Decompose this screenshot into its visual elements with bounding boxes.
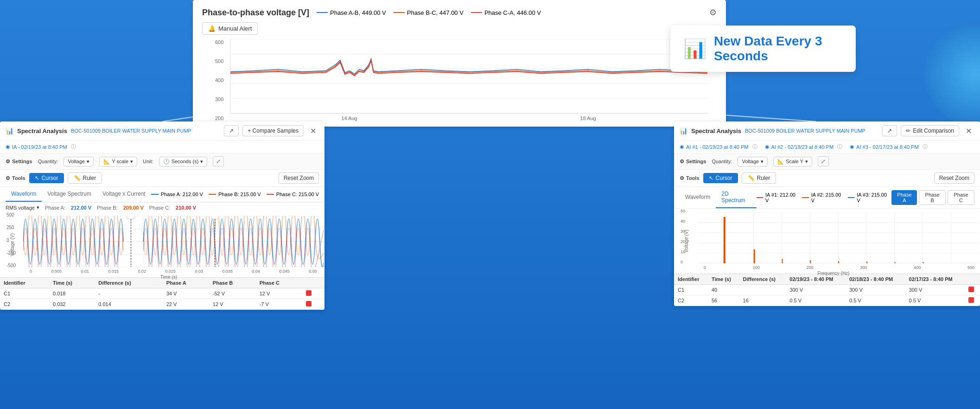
table-row: C1 40 300 V 300 V 300 V (674, 285, 980, 295)
legend-line-ia3 (848, 197, 854, 198)
svg-rect-42 (724, 217, 725, 263)
tools-label-left: ⚙ Tools (6, 175, 25, 181)
x-axis-labels: 14 Aug 18 Aug (230, 115, 707, 121)
legend-line-bc (394, 12, 405, 13)
top-chart-panel: Phase-to-phase voltage [V] Phase A-B, 44… (193, 0, 726, 127)
tab-legend-ia2-label: IA #2: 215.00 V (811, 192, 842, 203)
tab-legend-ia3-label: IA #3: 215.00 V (857, 192, 888, 203)
cursor-button-right[interactable]: ↖ Cursor (703, 173, 738, 183)
ai-tag-right-2: ◉ AI #2 - 02/18/23 at 8:40 PM (765, 144, 834, 150)
close-button-right[interactable]: ✕ (963, 126, 974, 136)
ai-icon-left: ◉ (6, 144, 10, 150)
rrow1-id: C1 (674, 285, 708, 295)
tab-legend-b-label: Phase B: 215.00 V (218, 192, 261, 197)
rrow2-delete[interactable] (965, 295, 980, 306)
legend-line-ab (317, 12, 328, 13)
row2-phaseC: -7 V (256, 299, 303, 310)
compare-button[interactable]: + Compare Samples (242, 125, 304, 136)
expand-btn-right[interactable]: ⤢ (818, 156, 829, 166)
unit-select-left[interactable]: 🕐 Seconds (s) ▾ (159, 157, 208, 166)
legend-line-ia2 (802, 197, 808, 198)
x-axis-ticks: 0 0.005 0.01 0.015 0.02 0.025 0.03 0.035… (30, 269, 317, 274)
quantity-select-right[interactable]: Voltage ▾ (738, 157, 768, 166)
row1-delete[interactable] (302, 288, 325, 299)
waveform-y-ticks: 500 250 0 -250 -500 (6, 212, 16, 268)
info-icon-left: ⓘ (71, 143, 76, 150)
settings-label-left: ⚙ Settings (6, 159, 32, 165)
phase-b-label: Phase B: (97, 205, 118, 211)
manual-alert-button[interactable]: 🔔 Manual Alert (202, 22, 258, 35)
delete-icon-1[interactable] (306, 290, 312, 296)
y-scale-select-left[interactable]: 📐 Y scale ▾ (99, 157, 137, 166)
ai-tag-right-1: ◉ AI #1 - 02/19/23 at 8:40 PM (680, 144, 749, 150)
tab-legend-b: Phase B: 215.00 V (209, 192, 261, 197)
delete-icon-r2[interactable] (968, 297, 974, 303)
spectral-left-panel: 📊 Spectral Analysis BOC-501009 BOILER WA… (0, 121, 325, 310)
ruler-button-right[interactable]: 📏 Ruler (742, 173, 776, 184)
svg-rect-47 (866, 262, 867, 263)
cursor-icon-right: ↖ (709, 175, 713, 181)
cursor-button-left[interactable]: ↖ Cursor (29, 173, 64, 183)
tab-waveform-right[interactable]: Waveform (680, 190, 716, 205)
tab-voltage-current[interactable]: Voltage x Current (97, 187, 151, 202)
rrow2-id: C2 (674, 295, 708, 306)
tab-voltage-spectrum[interactable]: Voltage Spectrum (42, 187, 97, 202)
phase-a-button[interactable]: Phase A (891, 190, 917, 205)
delete-icon-2[interactable] (306, 301, 312, 307)
rms-phase-b: 209.00 V (123, 205, 144, 211)
tab-legend-ia1: IA #1: 212.00 V (757, 192, 797, 203)
tab-legend-c: Phase C: 215.00 V (267, 192, 319, 197)
ruler-icon-left: 📏 (74, 175, 81, 181)
row1-diff: - (95, 288, 162, 299)
right-settings-row: ⚙ Settings Quantity: Voltage ▾ 📐 Scale Y… (674, 153, 980, 170)
legend-label-ca: Phase C-A, 446.00 V (484, 9, 541, 16)
quantity-label-left: Quantity: (38, 159, 58, 164)
share-button-left[interactable]: ↗ (224, 125, 239, 136)
chart-icon-left: 📊 (6, 127, 13, 134)
rrow1-diff (739, 285, 786, 295)
edit-comparison-button[interactable]: ✏ Edit Comparison (901, 125, 959, 136)
clock-icon: 🕐 (163, 159, 170, 165)
row2-delete[interactable] (302, 299, 325, 310)
legend-item-bc: Phase B-C, 447.00 V (394, 9, 464, 16)
share-button-right[interactable]: ↗ (882, 125, 897, 136)
svg-rect-44 (782, 259, 783, 263)
right-panel-subtitle: BOC-501009 BOILER WATER SUPPLY MAIN PUMP (745, 128, 865, 134)
row2-phaseB: 12 V (209, 299, 256, 310)
expand-btn-left[interactable]: ⤢ (213, 156, 224, 166)
legend-item-ca: Phase C-A, 446.00 V (471, 9, 541, 16)
rrow1-v2: 300 V (846, 285, 905, 295)
info-icon-r3: ⓘ (923, 143, 928, 150)
left-table-body: C1 0.018 - 34 V -52 V 12 V C2 0.032 0.01… (0, 288, 325, 310)
gear-icon[interactable]: ⚙ (709, 7, 717, 18)
rrow1-delete[interactable] (965, 285, 980, 295)
tab-legend-ia1-label: IA #1: 212.00 V (765, 192, 796, 203)
legend-line-tc (267, 194, 274, 195)
row2-id: C2 (0, 299, 49, 310)
left-panel-title-group: 📊 Spectral Analysis BOC-501009 BOILER WA… (6, 127, 191, 134)
phase-c-button[interactable]: Phase C (948, 190, 974, 205)
close-button-left[interactable]: ✕ (307, 126, 319, 136)
left-panel-subtitle: BOC-501009 BOILER WATER SUPPLY MAIN PUMP (71, 128, 191, 134)
reset-zoom-left[interactable]: Reset Zoom (279, 173, 319, 184)
settings-label-right: ⚙ Settings (680, 159, 706, 165)
delete-icon-r1[interactable] (968, 287, 974, 292)
ruler-button-left[interactable]: 📏 Ruler (68, 173, 102, 184)
tab-2d-spectrum[interactable]: 2D Spectrum (716, 187, 757, 208)
scale-select-right[interactable]: 📐 Scale Y ▾ (773, 157, 812, 166)
chart-title: Phase-to-phase voltage [V] (202, 8, 309, 18)
tab-waveform-left[interactable]: Waveform (6, 187, 42, 202)
phase-b-button[interactable]: Phase B (919, 190, 946, 205)
table-row: C1 0.018 - 34 V -52 V 12 V (0, 288, 325, 299)
y-scale-icon: 📐 (103, 159, 110, 165)
rrow2-v2: 0.5 V (846, 295, 905, 306)
left-tools-row: ⚙ Tools ↖ Cursor 📏 Ruler Reset Zoom (0, 170, 325, 187)
left-ai-tags: ◉ IA - 02/19/23 at 8:40 PM ⓘ (0, 141, 325, 153)
tab-legend-c-label: Phase C: 215.00 V (276, 192, 319, 197)
edit-icon: ✏ (906, 128, 910, 134)
svg-rect-45 (810, 260, 811, 263)
quantity-select-left[interactable]: Voltage ▾ (64, 157, 94, 166)
reset-zoom-right[interactable]: Reset Zoom (934, 173, 974, 184)
svg-rect-43 (754, 249, 755, 263)
svg-rect-48 (895, 262, 896, 263)
